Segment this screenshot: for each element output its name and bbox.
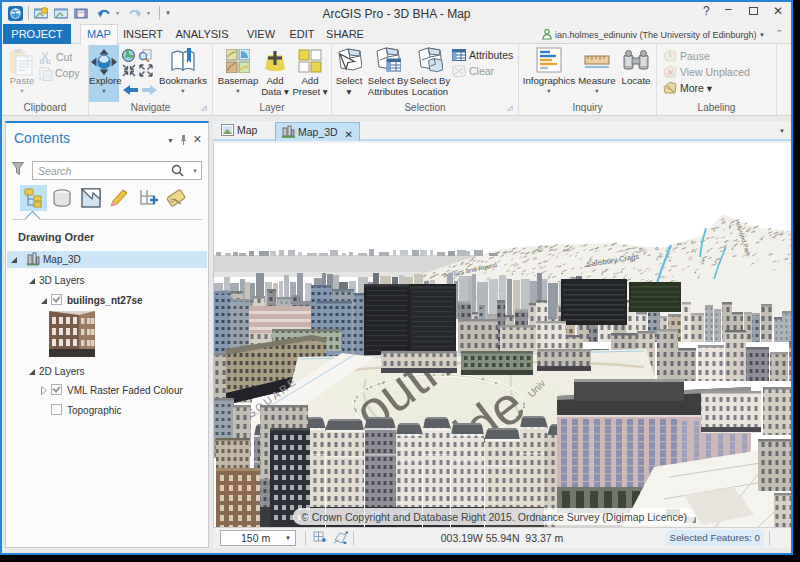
svg-text:© Crown Copyright and Database: © Crown Copyright and Database Right 201… xyxy=(301,511,687,523)
